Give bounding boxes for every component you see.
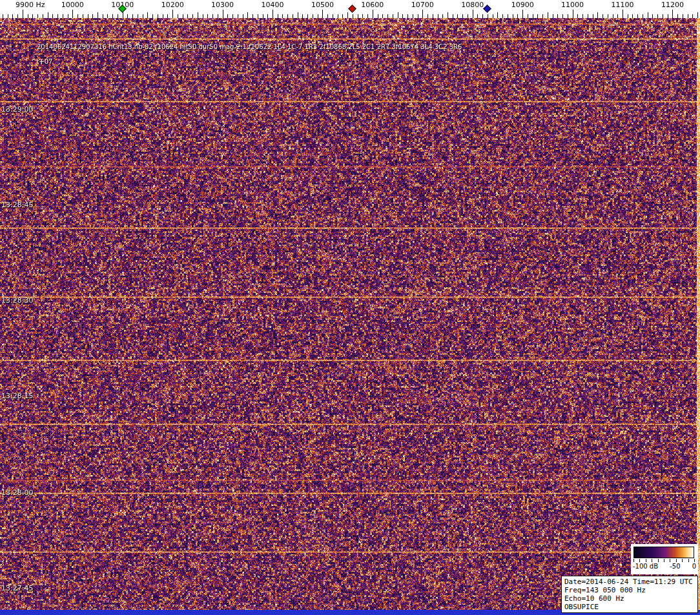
colorbar-gradient	[633, 547, 694, 558]
time-label: 13:28:00	[1, 489, 33, 497]
time-offset-annotation: ^t+07	[31, 58, 52, 65]
info-frequency: Freq=143 050 000 Hz	[564, 586, 695, 594]
time-label: 13:29:00	[1, 105, 33, 114]
colorbar-panel: -100 dB -50 0	[631, 544, 698, 574]
observation-info-box: Date=2014-06-24 Time=11:29 UTC Freq=143 …	[561, 576, 698, 613]
colorbar-labels: -100 dB -50 0	[633, 563, 696, 570]
time-label: 13:28:30	[1, 296, 33, 305]
colorbar-label-max: 0	[692, 563, 696, 570]
time-label: 13:28:15	[1, 392, 33, 400]
frequency-ruler[interactable]	[0, 0, 700, 18]
colorbar-ticks	[633, 559, 695, 562]
spectrogram-canvas[interactable]	[0, 18, 700, 615]
meteor-spectrogram-window: 20140624112907316 hCnt13 nb-82 f10624 hi…	[0, 0, 700, 615]
detection-annotation: 20140624112907316 hCnt13 nb-82 f10624 hi…	[37, 43, 462, 50]
time-label: 13:27:45	[1, 584, 33, 592]
colorbar-label-mid: -50	[670, 563, 680, 570]
time-label: 13:28:45	[1, 201, 33, 209]
info-date-time: Date=2014-06-24 Time=11:29 UTC	[564, 578, 695, 586]
info-station: OBSUPICE	[564, 603, 695, 611]
colorbar-label-min: -100 dB	[633, 563, 658, 570]
info-echo: Echo=10 600 Hz	[564, 594, 695, 603]
